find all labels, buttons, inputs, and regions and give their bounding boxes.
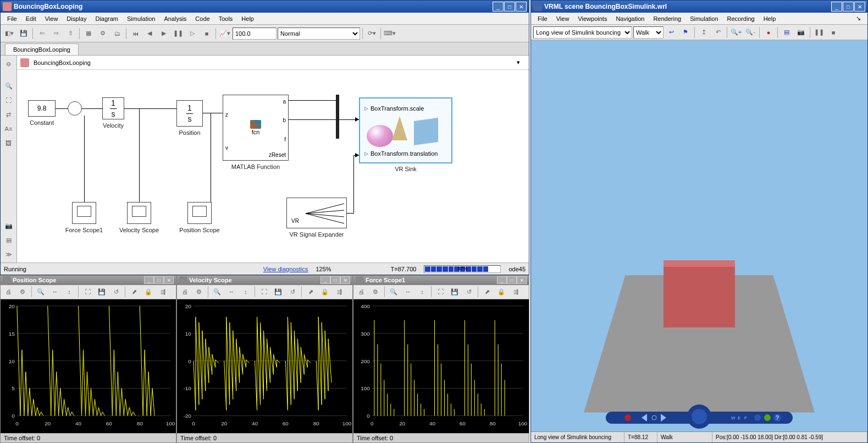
viewpoint-select[interactable]: Long view of Simulink bouncing ... — [533, 26, 632, 39]
stop-icon[interactable]: ■ — [827, 26, 840, 39]
maximize-button[interactable]: □ — [507, 276, 517, 284]
autoscale-icon[interactable]: ⛶ — [434, 285, 447, 298]
maximize-button[interactable]: □ — [154, 276, 164, 284]
vrml-menu-rendering[interactable]: Rendering — [649, 14, 685, 23]
params-icon[interactable]: ⚙ — [192, 285, 206, 298]
position-scope-plot[interactable]: 20 15 10 5 0 0 20 40 60 80 100 — [1, 299, 176, 433]
vrml-title-bar[interactable]: VRML scene BouncingBoxSimulink.wrl _ □ ✕ — [531, 1, 867, 13]
lock-icon[interactable]: 🔒 — [495, 285, 508, 298]
autoscale-icon[interactable]: ⛶ — [81, 285, 94, 298]
float-icon[interactable]: ⬈ — [304, 285, 317, 298]
view-diagnostics-link[interactable]: View diagnostics — [263, 266, 308, 272]
position-integrator-block[interactable]: 1s Position — [176, 100, 203, 127]
maximize-button[interactable]: □ — [504, 2, 515, 12]
diagram-canvas[interactable]: 9.8 Constant 1s Velocity 1s Position z — [17, 70, 529, 262]
velocity-scope-block[interactable]: Velocity Scope — [127, 202, 151, 224]
signal-select-icon[interactable]: ⇶ — [509, 285, 522, 298]
image-icon[interactable]: 🖼 — [3, 137, 15, 149]
nav-panel[interactable]: WEF ? — [606, 404, 793, 429]
model-config-icon[interactable]: ⚙ — [96, 27, 109, 40]
maximize-button[interactable]: □ — [843, 2, 854, 12]
save-axes-icon[interactable]: 💾 — [448, 285, 461, 298]
save-axes-icon[interactable]: 💾 — [95, 285, 108, 298]
velocity-integrator-block[interactable]: 1s Velocity — [102, 97, 124, 119]
minimize-button[interactable]: _ — [497, 276, 507, 284]
minimize-button[interactable]: _ — [320, 276, 330, 284]
autoscale-icon[interactable]: ⛶ — [257, 285, 270, 298]
position-scope-block[interactable]: Position Scope — [187, 202, 212, 224]
save-axes-icon[interactable]: 💾 — [272, 285, 285, 298]
zoom-x-icon[interactable]: ↔ — [48, 285, 62, 298]
params-icon[interactable]: ⚙ — [369, 285, 382, 298]
menu-display[interactable]: Display — [62, 14, 91, 23]
fit-to-view-icon[interactable]: ⛶ — [3, 94, 15, 106]
record-icon[interactable]: 📈▾ — [218, 27, 231, 40]
breadcrumb-dropdown-icon[interactable]: ▾ — [517, 59, 526, 66]
zoom-x-icon[interactable]: ↔ — [401, 285, 414, 298]
zoom-out-icon[interactable]: 🔍- — [744, 26, 757, 39]
nav-mode-select[interactable]: Walk — [633, 26, 664, 39]
annotation-icon[interactable]: A≡ — [3, 123, 15, 135]
forward-icon[interactable]: ⇨ — [49, 27, 63, 40]
menu-view[interactable]: View — [41, 14, 63, 23]
model-explorer-icon[interactable]: 🗂 — [110, 27, 124, 40]
stop-icon[interactable]: ■ — [200, 27, 213, 40]
zoom-icon[interactable]: 🔍 — [387, 285, 400, 298]
menu-simulation[interactable]: Simulation — [123, 14, 159, 23]
legend-icon[interactable]: ▤ — [3, 234, 15, 246]
close-button[interactable]: ✕ — [516, 2, 527, 12]
build-icon[interactable]: ⌨▾ — [383, 27, 396, 40]
record-icon[interactable]: ● — [762, 26, 775, 39]
position-scope-title-bar[interactable]: Position Scope _ □ ✕ — [1, 276, 176, 285]
vrml-menu-viewpoints[interactable]: Viewpoints — [573, 14, 611, 23]
save-icon[interactable]: 💾 — [17, 27, 30, 40]
zoom-x-icon[interactable]: ↔ — [225, 285, 238, 298]
restore-axes-icon[interactable]: ↺ — [462, 285, 476, 298]
vrml-menu-extra-icon[interactable]: ↘ — [852, 14, 865, 23]
close-button[interactable]: ✕ — [164, 276, 174, 284]
pause-icon[interactable]: ❚❚ — [172, 27, 185, 40]
back-icon[interactable]: ⇦ — [35, 27, 48, 40]
vr-sink-block[interactable]: BoxTransform.scale BoxTransform.translat… — [359, 97, 452, 163]
step-back-one-icon[interactable]: ◀ — [143, 27, 156, 40]
params-icon[interactable]: ⚙ — [16, 285, 29, 298]
vrml-menu-view[interactable]: View — [552, 14, 574, 23]
minimize-button[interactable]: _ — [831, 2, 842, 12]
zoom-y-icon[interactable]: ↕ — [63, 285, 76, 298]
zoom-icon[interactable]: 🔍 — [34, 285, 47, 298]
hide-browser-icon[interactable]: ⊖ — [3, 58, 15, 70]
menu-tools[interactable]: Tools — [214, 14, 237, 23]
zoom-level[interactable]: 125% — [316, 266, 331, 272]
block-params-icon[interactable]: ▤ — [780, 26, 793, 39]
zoom-in-icon[interactable]: 🔍 — [3, 80, 15, 92]
mux-block[interactable] — [336, 95, 339, 139]
close-button[interactable]: ✕ — [854, 2, 865, 12]
vrml-menu-help[interactable]: Help — [759, 14, 781, 23]
new-model-icon[interactable]: ◧▾ — [3, 27, 16, 40]
capture-icon[interactable]: 📷 — [794, 26, 808, 39]
force-scope-title-bar[interactable]: Force Scope1 _ □ ✕ — [353, 276, 529, 285]
show-sample-time-icon[interactable]: ⇄ — [3, 108, 15, 121]
nav-flag-icon[interactable]: ⚑ — [679, 26, 692, 39]
vrml-menu-navigation[interactable]: Navigation — [611, 14, 649, 23]
constant-block[interactable]: 9.8 Constant — [28, 100, 56, 117]
vrml-viewport[interactable]: WEF ? — [531, 40, 867, 431]
close-button[interactable]: ✕ — [517, 276, 527, 284]
lock-icon[interactable]: 🔒 — [142, 285, 155, 298]
menu-diagram[interactable]: Diagram — [91, 14, 123, 23]
simulink-title-bar[interactable]: BouncingBoxLooping _ □ ✕ — [1, 1, 529, 13]
breadcrumb-text[interactable]: BouncingBoxLooping — [31, 57, 515, 68]
print-icon[interactable]: 🖨 — [178, 285, 191, 298]
print-icon[interactable]: 🖨 — [2, 285, 15, 298]
velocity-scope-title-bar[interactable]: Velocity Scope _ □ ✕ — [177, 276, 352, 285]
vrml-menu-simulation[interactable]: Simulation — [685, 14, 722, 23]
up-icon[interactable]: ⇧ — [64, 27, 77, 40]
menu-file[interactable]: File — [3, 14, 21, 23]
vr-signal-expander-block[interactable]: VR VR Signal Expander — [286, 198, 347, 228]
matlab-function-block[interactable]: z v a b f zReset fcn MATLAB Function — [223, 95, 289, 161]
restore-axes-icon[interactable]: ↺ — [286, 285, 299, 298]
screenshot-icon[interactable]: 📷 — [3, 220, 15, 232]
expand-icon[interactable]: ≫ — [3, 248, 15, 260]
step-back-icon[interactable]: ⏮ — [129, 27, 142, 40]
straighten-icon[interactable]: ↥ — [697, 26, 710, 39]
